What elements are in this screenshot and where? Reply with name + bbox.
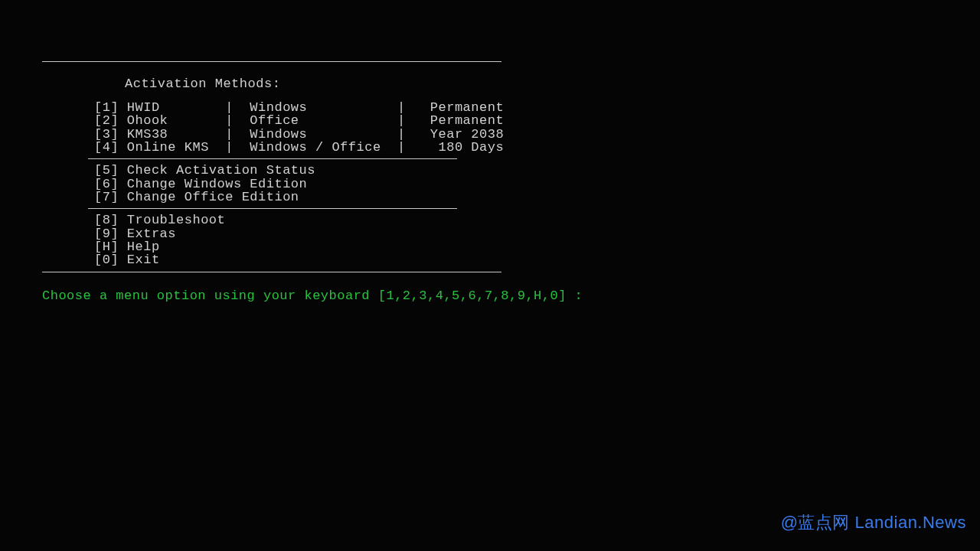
watermark-text: @蓝点网 Landian.News xyxy=(781,511,966,534)
divider-mid-2 xyxy=(88,208,457,209)
col-sep: | xyxy=(160,100,250,115)
menu-key: [4] xyxy=(94,141,119,154)
menu-duration: Permanent xyxy=(430,100,504,115)
menu-key: [H] xyxy=(94,240,119,253)
menu-item-kms38[interactable]: [3] KMS38 | Windows | Year 2038 xyxy=(42,128,583,141)
menu-label: Check Activation Status xyxy=(127,163,315,178)
col-sep: | xyxy=(209,140,250,155)
menu-item-change-office-edition[interactable]: [7] Change Office Edition xyxy=(42,191,583,204)
menu-target: Windows xyxy=(250,127,307,142)
menu-item-check-status[interactable]: [5] Check Activation Status xyxy=(42,164,583,177)
menu-item-online-kms[interactable]: [4] Online KMS | Windows / Office | 180 … xyxy=(42,141,583,154)
menu-duration: Year 2038 xyxy=(430,127,504,142)
menu-item-exit[interactable]: [0] Exit xyxy=(42,253,583,266)
menu-key: [9] xyxy=(94,227,119,240)
col-sep: | xyxy=(307,100,430,115)
menu-item-change-windows-edition[interactable]: [6] Change Windows Edition xyxy=(42,178,583,191)
menu-key: [3] xyxy=(94,128,119,141)
divider-bottom xyxy=(42,272,501,272)
menu-item-troubleshoot[interactable]: [8] Troubleshoot xyxy=(42,214,583,227)
menu-key: [1] xyxy=(94,101,119,114)
menu-key: [8] xyxy=(94,214,119,227)
menu-target: Windows xyxy=(250,100,307,115)
input-prompt[interactable]: Choose a menu option using your keyboard… xyxy=(42,277,583,302)
col-sep: | xyxy=(168,113,250,128)
menu-label: Extras xyxy=(127,227,176,241)
col-sep: | xyxy=(307,127,430,142)
section-title: Activation Methods: xyxy=(42,67,583,101)
divider-mid-1 xyxy=(88,158,457,159)
menu-label: Exit xyxy=(127,253,160,267)
menu-duration: 180 Days xyxy=(439,140,505,155)
divider-top xyxy=(42,61,501,62)
menu-key: [6] xyxy=(94,178,119,191)
col-sep: | xyxy=(299,113,430,128)
menu-key: [7] xyxy=(94,191,119,204)
terminal-window: Activation Methods: [1] HWID | Windows |… xyxy=(42,61,583,302)
menu-key: [2] xyxy=(94,114,119,127)
menu-label: Help xyxy=(127,240,160,254)
menu-target: Windows / Office xyxy=(250,140,381,155)
menu-label: Ohook xyxy=(127,113,168,128)
menu-target: Office xyxy=(250,113,299,128)
menu-label: KMS38 xyxy=(127,127,168,142)
menu-label: Online KMS xyxy=(127,140,209,155)
menu-label: HWID xyxy=(127,100,160,115)
menu-item-hwid[interactable]: [1] HWID | Windows | Permanent xyxy=(42,101,583,114)
menu-item-help[interactable]: [H] Help xyxy=(42,240,583,253)
menu-duration: Permanent xyxy=(430,113,504,128)
menu-label: Change Office Edition xyxy=(127,190,299,204)
col-sep: | xyxy=(381,140,439,155)
menu-item-ohook[interactable]: [2] Ohook | Office | Permanent xyxy=(42,114,583,127)
col-sep: | xyxy=(168,127,250,142)
menu-label: Troubleshoot xyxy=(127,213,225,227)
menu-label: Change Windows Edition xyxy=(127,177,307,191)
menu-key: [0] xyxy=(94,253,119,266)
menu-item-extras[interactable]: [9] Extras xyxy=(42,227,583,240)
menu-key: [5] xyxy=(94,164,119,177)
